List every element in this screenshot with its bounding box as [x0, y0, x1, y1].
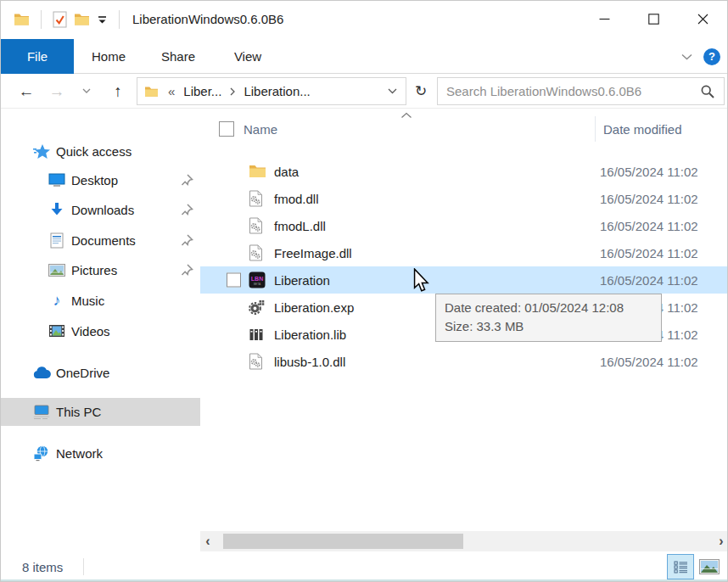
quick-access-toolbar [10, 8, 127, 31]
svg-text:LBN: LBN [251, 276, 263, 282]
search-input[interactable] [438, 84, 700, 98]
file-row-libusb-dll[interactable]: libusb-1.0.dll 16/05/2024 11:02 [200, 348, 728, 375]
expand-ribbon-chevron-icon[interactable] [681, 53, 692, 60]
tooltip-date-created: Date created: 01/05/2024 12:08 [445, 299, 652, 317]
file-date-modified: 16/05/2024 11:02 [600, 165, 698, 179]
pin-icon [181, 204, 193, 216]
sidebar-item-documents[interactable]: Documents [1, 228, 200, 252]
select-all-checkbox[interactable] [219, 121, 234, 137]
sidebar-item-music[interactable]: ♪ Music [1, 288, 200, 312]
status-bar: 8 items [1, 552, 728, 581]
row-checkbox[interactable] [227, 273, 241, 288]
file-row-fmodl-dll[interactable]: fmodL.dll 16/05/2024 11:02 [200, 212, 728, 239]
breadcrumb-separator-icon[interactable] [230, 87, 235, 96]
minimize-button[interactable] [580, 1, 629, 36]
file-date-modified: 16/05/2024 11:02 [600, 219, 698, 233]
sidebar-item-label: Documents [71, 233, 136, 248]
svg-text:BETA: BETA [254, 283, 261, 286]
pictures-icon [48, 264, 66, 277]
file-name: Liberation [274, 273, 330, 288]
file-date-modified: 16/05/2024 11:02 [600, 273, 698, 288]
breadcrumb-overflow[interactable]: « [168, 84, 175, 98]
horizontal-scrollbar[interactable]: ‹ › [200, 531, 728, 551]
pin-icon [181, 174, 193, 187]
file-row-freeimage-dll[interactable]: FreeImage.dll 16/05/2024 11:02 [200, 239, 728, 266]
column-header-date-modified[interactable]: Date modified [603, 122, 682, 137]
mouse-cursor [412, 268, 431, 294]
scrollbar-thumb[interactable] [223, 534, 463, 549]
up-button[interactable]: ↑ [104, 74, 132, 109]
large-icons-view-button[interactable] [697, 557, 721, 576]
sidebar-item-network[interactable]: Network [1, 441, 200, 465]
close-button[interactable] [678, 1, 727, 36]
sort-ascending-chevron-icon[interactable] [400, 112, 412, 119]
help-button[interactable]: ? [703, 48, 720, 65]
file-date-modified: 16/05/2024 11:02 [600, 246, 698, 260]
tab-view[interactable]: View [213, 39, 283, 74]
file-row-liberation-selected[interactable]: LBNBETA Liberation 16/05/2024 11:02 [200, 266, 728, 294]
scroll-right-arrow[interactable]: › [714, 531, 728, 551]
file-explorer-window: { "window": { "title": "LiberationWindow… [0, 0, 728, 582]
customize-toolbar-dropdown-icon[interactable] [93, 15, 111, 25]
forward-button[interactable]: → [43, 74, 70, 109]
column-header-name[interactable]: Name [244, 122, 277, 137]
sidebar-item-label: Network [56, 446, 103, 461]
sidebar-item-videos[interactable]: Videos [1, 319, 200, 343]
tab-file[interactable]: File [1, 39, 74, 74]
downloads-icon [48, 202, 66, 217]
maximize-button[interactable] [629, 1, 678, 36]
navigation-pane: Quick access Desktop Downloads Documents [1, 109, 200, 531]
dll-file-icon [249, 190, 263, 207]
breadcrumb-current[interactable]: Liberation... [244, 84, 310, 98]
minimize-icon [599, 14, 610, 25]
documents-icon [48, 232, 66, 249]
tab-home[interactable]: Home [74, 39, 143, 74]
pin-icon [181, 234, 193, 247]
file-row-fmod-dll[interactable]: fmod.dll 16/05/2024 11:02 [200, 185, 728, 212]
sidebar-item-desktop[interactable]: Desktop [1, 168, 200, 192]
file-date-modified: 16/05/2024 11:02 [600, 355, 698, 369]
sidebar-item-label: Videos [71, 324, 110, 339]
explorer-folder-icon[interactable] [10, 13, 33, 26]
address-bar[interactable]: « Liber... Liberation... [137, 77, 406, 105]
quick-access-star-icon [32, 143, 51, 159]
sidebar-item-this-pc[interactable]: This PC [1, 398, 200, 426]
file-name: libusb-1.0.dll [274, 355, 345, 369]
ribbon-tab-bar: File Home Share View [1, 39, 728, 74]
exp-file-gear-icon [249, 299, 265, 316]
breadcrumb-parent[interactable]: Liber... [183, 84, 221, 98]
refresh-button[interactable]: ↻ [409, 77, 433, 105]
sidebar-item-label: Quick access [56, 144, 132, 159]
dll-file-icon [249, 217, 263, 234]
search-icon[interactable] [700, 84, 715, 99]
column-divider[interactable] [595, 116, 596, 142]
address-dropdown-chevron-icon[interactable] [388, 88, 397, 94]
scroll-left-arrow[interactable]: ‹ [200, 531, 216, 551]
sidebar-item-pictures[interactable]: Pictures [1, 258, 200, 282]
file-name: FreeImage.dll [274, 246, 352, 260]
sidebar-item-label: Music [71, 294, 104, 308]
ribbon-right-controls: ? [681, 39, 720, 74]
details-view-button[interactable] [667, 554, 694, 579]
pin-icon [181, 264, 193, 277]
tooltip-size: Size: 33.3 MB [445, 317, 652, 336]
file-name: Liberation.exp [274, 300, 354, 315]
properties-button[interactable] [49, 11, 70, 28]
tab-share[interactable]: Share [143, 39, 213, 74]
file-row-data[interactable]: data 16/05/2024 11:02 [200, 158, 728, 185]
sidebar-item-quick-access[interactable]: Quick access [1, 139, 200, 163]
navigation-bar: ← → ↑ « Liber... Liberation... ↻ [1, 74, 728, 109]
onedrive-cloud-icon [32, 367, 51, 379]
back-button[interactable]: ← [13, 74, 40, 109]
sidebar-item-downloads[interactable]: Downloads [1, 198, 200, 221]
desktop-icon [48, 173, 66, 187]
toolbar-separator [41, 10, 42, 29]
new-folder-button[interactable] [70, 13, 93, 26]
maximize-icon [648, 14, 659, 25]
sidebar-item-label: This PC [56, 405, 101, 419]
file-list: Name Date modified data 16/05/2024 11:02… [200, 109, 728, 531]
recent-locations-chevron-icon[interactable] [77, 74, 96, 109]
sidebar-item-onedrive[interactable]: OneDrive [1, 361, 200, 384]
network-globe-icon [32, 445, 51, 462]
sidebar-item-label: Pictures [71, 263, 117, 277]
